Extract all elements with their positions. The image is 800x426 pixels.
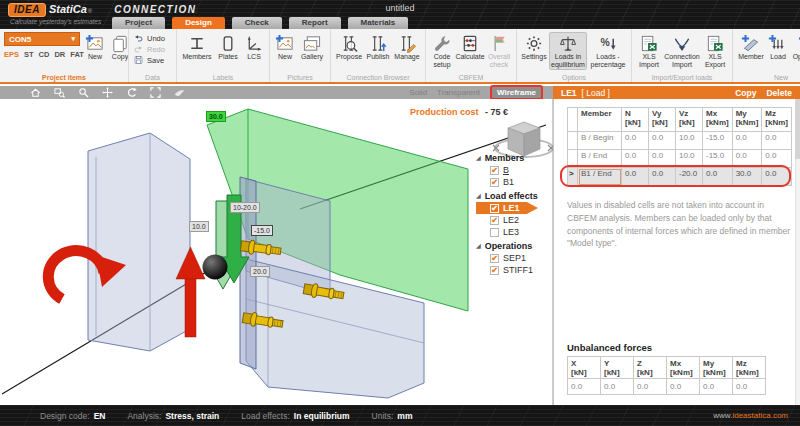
tree-item-sep1[interactable]: ✔ SEP1 xyxy=(476,252,552,264)
tree-item-le1[interactable]: ✔ LE1 xyxy=(476,202,538,214)
document-title: untitled xyxy=(0,3,800,13)
tree-header-members[interactable]: ◢ Members xyxy=(476,151,552,164)
labels-members-button[interactable]: Members xyxy=(181,32,213,63)
tab-project[interactable]: Project xyxy=(112,17,165,29)
tree-item-le2[interactable]: ✔ LE2 xyxy=(476,214,552,226)
connection-3d-scene xyxy=(0,99,553,405)
connection-import-button[interactable]: Connection Import xyxy=(664,32,700,70)
tree-item-le3[interactable]: LE3 xyxy=(476,226,552,238)
clip-icon[interactable] xyxy=(174,87,185,98)
checkbox-b[interactable]: ✔ xyxy=(490,166,499,175)
filter-st[interactable]: ST xyxy=(24,50,34,59)
xls-export-icon xyxy=(708,36,722,50)
new-project-item-button[interactable]: New xyxy=(84,32,106,63)
logo-tagline: Calculate yesterday's estimates xyxy=(10,18,101,25)
chevron-down-icon: ▾ xyxy=(71,35,75,43)
status-design-code: Design code: EN xyxy=(40,411,105,421)
manage-button[interactable]: Manage xyxy=(393,32,421,63)
view-mode-wireframe[interactable]: Wireframe xyxy=(490,85,543,100)
fit-view-icon[interactable] xyxy=(150,87,161,98)
checkbox-le2[interactable]: ✔ xyxy=(490,216,499,225)
pan-icon[interactable] xyxy=(102,87,113,98)
viewport-3d[interactable]: Production cost - 75 € 30.0 10-20.0 10.0… xyxy=(0,99,553,405)
loads-equilibrium-scale-icon xyxy=(560,37,575,50)
tree-header-load-effects[interactable]: ◢ Load effects xyxy=(476,189,552,202)
new-operation-button[interactable]: Operation xyxy=(791,32,800,63)
new-member-button[interactable]: Member xyxy=(737,32,765,63)
zoom-window-icon[interactable] xyxy=(54,87,65,98)
project-item-combo[interactable]: CON5 ▾ xyxy=(4,32,80,46)
filter-dr[interactable]: DR xyxy=(54,50,65,59)
labels-lcs-button[interactable]: LCS xyxy=(243,32,265,63)
scrollbar[interactable] xyxy=(795,99,800,405)
tree-section-load-effects: ◢ Load effects ✔ LE1 ✔ LE2 LE3 xyxy=(476,189,552,238)
code-setup-button[interactable]: Code setup xyxy=(430,32,454,70)
xls-import-button[interactable]: XLS Import xyxy=(636,32,662,70)
project-item-filters: EPS ST CD DR FAT xyxy=(4,50,82,59)
ribbon-group-import-export: XLS Import Connection Import XLS Export … xyxy=(631,29,732,82)
tree-header-operations[interactable]: ◢ Operations xyxy=(476,239,552,252)
left-plate[interactable] xyxy=(88,133,190,351)
tab-report[interactable]: Report xyxy=(289,17,341,29)
code-setup-icon xyxy=(435,36,450,51)
publish-button[interactable]: Publish xyxy=(365,32,391,63)
filter-fat[interactable]: FAT xyxy=(70,50,84,59)
redo-icon xyxy=(135,46,142,52)
node-sphere[interactable] xyxy=(203,255,228,280)
load-effect-name: LE1 xyxy=(561,88,577,98)
tree-item-stiff1[interactable]: ✔ STIFF1 xyxy=(476,264,552,276)
tree-item-b[interactable]: ✔ B xyxy=(476,164,552,176)
ribbon-group-options: Settings Loads in equilibrium Loads - pe… xyxy=(516,29,631,82)
rotate-icon[interactable] xyxy=(126,87,137,98)
status-units: Units: mm xyxy=(372,411,413,421)
checkbox-b1[interactable]: ✔ xyxy=(490,178,499,187)
settings-button[interactable]: Settings xyxy=(521,32,547,63)
loads-in-equilibrium-button[interactable]: Loads in equilibrium xyxy=(549,32,587,70)
save-button[interactable]: Save xyxy=(133,55,172,65)
view-mode-solid[interactable]: Solid xyxy=(409,88,427,97)
overall-check-button[interactable]: Overall check xyxy=(486,32,512,70)
labels-plates-button[interactable]: Plates xyxy=(215,32,241,63)
app-window: IDEA StatiCa ® CONNECTION Calculate yest… xyxy=(0,0,800,426)
redo-button[interactable]: Redo xyxy=(133,44,172,54)
ribbon-group-pictures: New Gallery Pictures xyxy=(269,29,330,82)
table-row-b-end[interactable]: B / End 0.0 0.0 10.0 -15.0 0.0 0.0 xyxy=(568,150,792,168)
model-tree: ◢ Members ✔ B ✔ B1 ◢ Load effects xyxy=(476,151,552,277)
checkbox-sep1[interactable]: ✔ xyxy=(490,254,499,263)
delete-load-button[interactable]: Delete xyxy=(766,88,792,98)
checkbox-stiff1[interactable]: ✔ xyxy=(490,266,499,275)
table-row-b-begin[interactable]: B / Begin 0.0 0.0 10.0 -15.0 0.0 0.0 xyxy=(568,132,792,150)
view-mode-transparent[interactable]: Transparent xyxy=(437,88,480,97)
home-icon[interactable] xyxy=(30,87,41,98)
connection-import-icon xyxy=(675,39,688,51)
undo-button[interactable]: Undo xyxy=(133,33,172,43)
picture-new-button[interactable]: New xyxy=(274,32,296,63)
copy-load-button[interactable]: Copy xyxy=(735,88,756,98)
magnifier-icon[interactable] xyxy=(78,87,89,98)
loads-percentage-button[interactable]: Loads - percentage xyxy=(589,32,627,70)
settings-gear-icon xyxy=(527,36,541,50)
tree-item-b1[interactable]: ✔ B1 xyxy=(476,176,552,188)
dimension-badge-left: 10.0 xyxy=(189,221,209,232)
checkbox-le3[interactable] xyxy=(490,228,499,237)
tab-check[interactable]: Check xyxy=(232,17,282,29)
ribbon-group-new: Member Load Operation New xyxy=(732,29,800,82)
filter-eps[interactable]: EPS xyxy=(4,50,19,59)
filter-cd[interactable]: CD xyxy=(39,50,50,59)
manage-icon xyxy=(407,44,415,52)
ribbon-group-data: Undo Redo Save Data xyxy=(128,29,176,82)
expander-icon: ◢ xyxy=(476,192,481,199)
table-row-b1-end-selected[interactable]: > B1 / End 0.0 0.0 -20.0 0.0 30.0 0.0 xyxy=(568,168,792,186)
tab-design[interactable]: Design xyxy=(172,17,225,29)
picture-gallery-button[interactable]: Gallery xyxy=(298,32,326,63)
dimension-badge-green: 30.0 xyxy=(206,111,226,122)
calculate-button[interactable]: Calculate xyxy=(456,32,484,63)
force-arrow-red[interactable] xyxy=(185,277,196,337)
checkbox-le1[interactable]: ✔ xyxy=(490,204,499,213)
tab-materials[interactable]: Materials xyxy=(348,17,409,29)
view-mode-switch: Solid Transparent Wireframe xyxy=(409,85,553,100)
xls-export-button[interactable]: XLS Export xyxy=(702,32,728,70)
new-load-button[interactable]: Load xyxy=(767,32,789,63)
propose-button[interactable]: Propose xyxy=(335,32,363,63)
website-link[interactable]: www.ideastatica.com xyxy=(713,411,788,420)
